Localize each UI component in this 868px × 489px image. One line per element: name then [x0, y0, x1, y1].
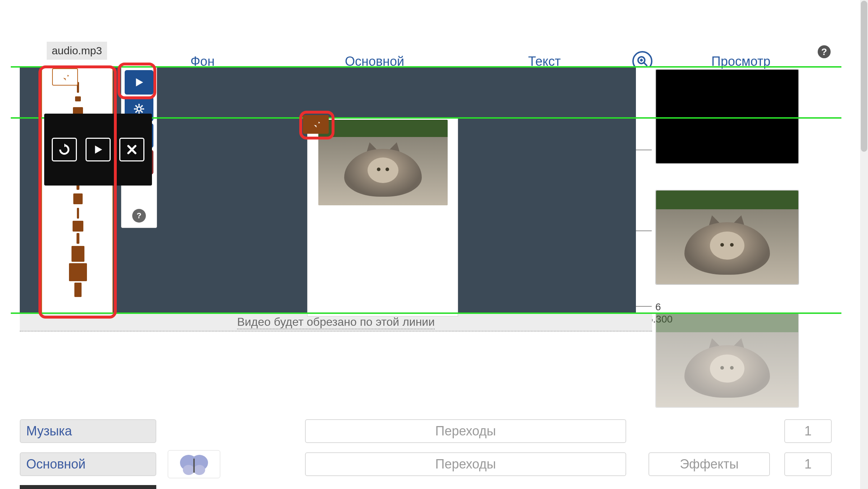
row-label-music[interactable]: Музыка — [20, 419, 156, 443]
row-label-main[interactable]: Основной — [20, 452, 156, 476]
svg-point-4 — [137, 107, 141, 111]
effects-count[interactable]: 1 — [784, 452, 832, 476]
preview-frame-start[interactable] — [655, 69, 799, 164]
slide-thumbnail-image — [318, 120, 448, 205]
close-icon — [126, 143, 138, 156]
svg-line-1 — [644, 63, 647, 66]
transitions-button[interactable]: Переходы — [305, 419, 626, 443]
play-icon — [133, 76, 145, 88]
play-icon — [92, 143, 104, 156]
track-play-button[interactable] — [125, 70, 153, 95]
cut-line-text: Видео будет обрезано по этой линии — [237, 315, 435, 329]
popup-replay-button[interactable] — [52, 138, 77, 161]
preview-frame-end[interactable] — [655, 313, 799, 408]
preview-image — [656, 191, 798, 284]
pin-icon — [60, 72, 70, 82]
audio-waveform — [73, 75, 83, 309]
main-slide-frame[interactable] — [307, 117, 458, 316]
svg-rect-10 — [193, 458, 195, 473]
popup-close-button[interactable] — [119, 138, 144, 161]
replay-icon — [57, 142, 71, 157]
preview-frame-current[interactable] — [655, 190, 799, 285]
help-icon[interactable]: ? — [818, 45, 831, 58]
page-scrollbar[interactable] — [860, 0, 868, 489]
gear-icon — [133, 103, 145, 115]
audio-track-tab[interactable]: audio.mp3 — [47, 42, 107, 60]
slide-pin-button[interactable] — [303, 115, 329, 134]
magnifier-plus-icon — [637, 55, 648, 67]
ruler-tick-label: 6 — [655, 301, 661, 313]
audio-track[interactable] — [41, 67, 113, 315]
timeline-marker-end — [11, 312, 841, 314]
audio-pin-button[interactable] — [52, 68, 78, 86]
svg-point-9 — [194, 465, 205, 475]
preview-image — [656, 314, 798, 407]
svg-point-8 — [183, 465, 194, 475]
butterfly-icon — [178, 453, 210, 476]
effects-button[interactable]: Эффекты — [648, 452, 770, 476]
slide-thumbnail-chip[interactable] — [168, 450, 220, 478]
popup-play-button[interactable] — [86, 138, 111, 161]
track-help-icon[interactable]: ? — [132, 209, 146, 223]
pin-icon — [310, 119, 322, 130]
transitions-button-2[interactable]: Переходы — [305, 452, 626, 476]
audio-popup-menu — [44, 114, 152, 186]
transitions-count[interactable]: 1 — [784, 419, 832, 443]
row-label-next-peek — [20, 485, 156, 489]
timeline-marker-start — [11, 66, 841, 68]
